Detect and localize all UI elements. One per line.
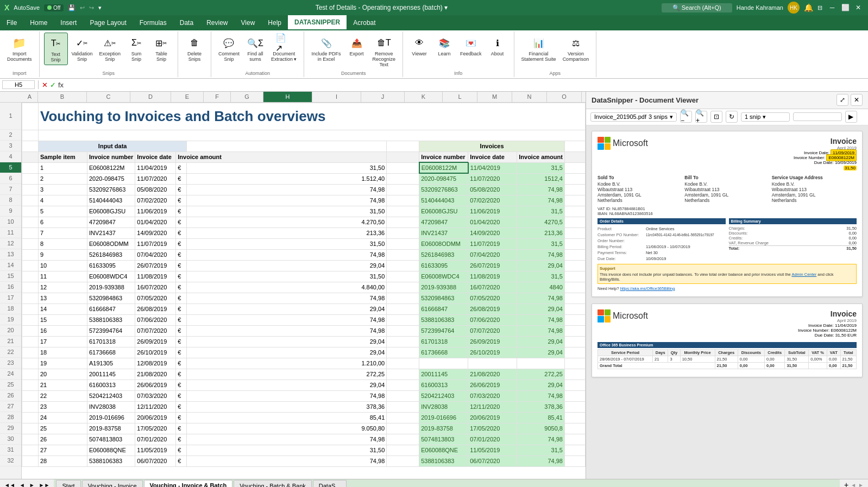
col-header-l[interactable]: L bbox=[443, 92, 477, 102]
col-header-o[interactable]: O bbox=[547, 92, 582, 102]
row-num-4[interactable]: 4 bbox=[0, 151, 21, 162]
cell-j6[interactable]: 1512,4 bbox=[517, 173, 565, 184]
import-documents-button[interactable]: 📁 ImportDocuments bbox=[4, 33, 35, 64]
undo-icon[interactable]: ↩ bbox=[80, 4, 85, 11]
row-num-26[interactable]: 26 bbox=[0, 390, 21, 401]
version-comparison-button[interactable]: ⚖ VersionComparison bbox=[560, 33, 592, 64]
ds-refresh-button[interactable]: ↻ bbox=[726, 111, 738, 123]
row-num-14[interactable]: 14 bbox=[0, 260, 21, 271]
row-num-22[interactable]: 22 bbox=[0, 347, 21, 358]
col-header-f[interactable]: F bbox=[204, 92, 231, 102]
tab-formulas[interactable]: Formulas bbox=[133, 15, 173, 30]
tab-help[interactable]: Help bbox=[261, 15, 288, 30]
tab-home[interactable]: Home bbox=[23, 15, 54, 30]
tab-review[interactable]: Review bbox=[200, 15, 234, 30]
financial-statement-button[interactable]: 📊 FinancialStatement Suite bbox=[519, 33, 559, 64]
viewer-button[interactable]: 👁 Viewer bbox=[407, 33, 431, 59]
cell-e6[interactable]: € bbox=[176, 173, 187, 184]
cell-b2[interactable] bbox=[39, 130, 586, 141]
row-num-13[interactable]: 13 bbox=[0, 249, 21, 260]
row-num-20[interactable]: 20 bbox=[0, 325, 21, 336]
tab-insert[interactable]: Insert bbox=[54, 15, 83, 30]
row-num-18[interactable]: 18 bbox=[0, 303, 21, 314]
cell-b5[interactable]: 1 bbox=[39, 162, 87, 173]
tab-vouching-batch-bank[interactable]: Vouching - Batch & Bank bbox=[234, 480, 312, 487]
row-num-10[interactable]: 10 bbox=[0, 217, 21, 227]
cell-b6[interactable]: 2 bbox=[39, 173, 87, 184]
ribbon-display-icon[interactable]: ⊟ bbox=[817, 4, 822, 11]
cell-i5[interactable]: 11/04/2019 bbox=[468, 162, 517, 173]
row-num-6[interactable]: 6 bbox=[0, 173, 21, 184]
tab-start[interactable]: Start bbox=[56, 480, 80, 487]
dropdown-arrow[interactable]: ▾ bbox=[444, 4, 448, 11]
cell-a5[interactable] bbox=[22, 162, 39, 173]
confirm-formula-icon[interactable]: ✓ bbox=[50, 81, 56, 89]
row-num-2[interactable]: 2 bbox=[0, 130, 21, 141]
row-num-9[interactable]: 9 bbox=[0, 206, 21, 217]
learn-button[interactable]: 📚 Learn bbox=[432, 33, 456, 59]
ds-snip-value-input[interactable]: 31,5 bbox=[793, 112, 842, 121]
exception-snip-button[interactable]: ⚠✂ ExceptionSnip bbox=[96, 33, 123, 64]
col-header-c[interactable]: C bbox=[87, 92, 130, 102]
row-num-30[interactable]: 30 bbox=[0, 434, 21, 445]
text-snip-button[interactable]: T✂ TextSnip bbox=[44, 33, 68, 65]
tab-page-layout[interactable]: Page Layout bbox=[83, 15, 133, 30]
remove-recognize-button[interactable]: 🗑T RemoveRecognizeText bbox=[370, 33, 399, 69]
tab-datas[interactable]: DataS... bbox=[313, 480, 347, 487]
cell-a4[interactable] bbox=[22, 151, 39, 162]
cell-g4[interactable] bbox=[387, 151, 419, 162]
row-num-27[interactable]: 27 bbox=[0, 401, 21, 412]
cell-g6[interactable] bbox=[387, 173, 419, 184]
close-button[interactable]: ✕ bbox=[853, 3, 864, 12]
row-num-19[interactable]: 19 bbox=[0, 314, 21, 325]
notifications-icon[interactable]: 🔔 bbox=[804, 3, 813, 12]
cell-a3[interactable] bbox=[22, 141, 39, 151]
cell-k5-o5[interactable] bbox=[564, 162, 585, 173]
row-num-28[interactable]: 28 bbox=[0, 412, 21, 423]
cell-a6[interactable] bbox=[22, 173, 39, 184]
table-snip-button[interactable]: ⊞✂ TableSnip bbox=[149, 33, 173, 64]
find-all-sums-button[interactable]: 🔍Σ Find allsums bbox=[243, 33, 267, 64]
row-num-11[interactable]: 11 bbox=[0, 227, 21, 238]
export-button[interactable]: 📤 Export bbox=[345, 33, 369, 59]
row-num-29[interactable]: 29 bbox=[0, 423, 21, 434]
sheet-nav-controls[interactable]: ◄◄ ◄ ► ►► bbox=[0, 482, 54, 487]
feedback-button[interactable]: 💌 Feedback bbox=[457, 33, 485, 59]
ds-close-button[interactable]: ✕ bbox=[851, 94, 863, 106]
row-num-23[interactable]: 23 bbox=[0, 358, 21, 369]
add-sheet-button[interactable]: + bbox=[844, 480, 848, 487]
cell-j5[interactable]: 31,5 bbox=[517, 162, 565, 173]
ds-file-selector[interactable]: Invoice_201905.pdf 3 snips ▾ bbox=[590, 112, 677, 122]
ds-fit-page-button[interactable]: ⊡ bbox=[710, 111, 722, 123]
row-num-5[interactable]: 5 bbox=[0, 162, 21, 173]
col-header-k[interactable]: K bbox=[405, 92, 443, 102]
cell-f6[interactable]: 1.512,40 bbox=[187, 173, 387, 184]
row-num-17[interactable]: 17 bbox=[0, 293, 21, 303]
cell-reference-input[interactable]: H5 bbox=[2, 80, 35, 89]
row-num-24[interactable]: 24 bbox=[0, 369, 21, 380]
cell-h6[interactable]: 2020-098475 bbox=[419, 173, 468, 184]
search-box[interactable]: 🔍 Search (Alt+Q) bbox=[662, 3, 732, 12]
insert-function-icon[interactable]: fx bbox=[58, 81, 64, 89]
maximize-button[interactable]: ⬜ bbox=[840, 3, 851, 12]
cell-f5[interactable]: 31,50 bbox=[187, 162, 387, 173]
tab-data[interactable]: Data bbox=[173, 15, 200, 30]
cell-k4-o4[interactable] bbox=[564, 151, 585, 162]
row-num-32[interactable]: 32 bbox=[0, 456, 21, 466]
delete-snips-button[interactable]: 🗑 DeleteSnips bbox=[183, 33, 206, 64]
cell-c5[interactable]: E06008122M bbox=[87, 162, 135, 173]
tab-view[interactable]: View bbox=[235, 15, 262, 30]
cell-i6[interactable]: 11/07/2020 bbox=[468, 173, 517, 184]
row-num-21[interactable]: 21 bbox=[0, 336, 21, 347]
cell-d5[interactable]: 11/04/2019 bbox=[135, 162, 176, 173]
row-num-15[interactable]: 15 bbox=[0, 271, 21, 282]
row-num-7[interactable]: 7 bbox=[0, 184, 21, 195]
cell-g5[interactable] bbox=[387, 162, 419, 173]
redo-icon[interactable]: ↪ bbox=[89, 4, 94, 11]
ds-snip-selector[interactable]: 1 snip ▾ bbox=[741, 112, 790, 122]
ds-zoom-out-button[interactable]: 🔍− bbox=[680, 111, 692, 123]
row-num-12[interactable]: 12 bbox=[0, 238, 21, 249]
cell-a1[interactable] bbox=[22, 103, 39, 130]
tab-acrobat[interactable]: Acrobat bbox=[347, 15, 382, 30]
tab-vouching-invoice-batch[interactable]: Vouching - Invoice & Batch bbox=[144, 480, 233, 487]
